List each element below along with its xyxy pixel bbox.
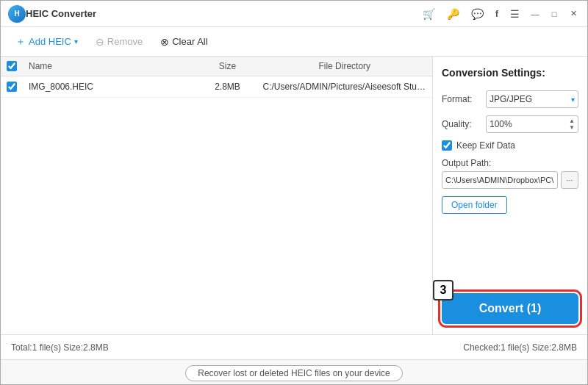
format-value: JPG/JPEG — [490, 94, 532, 104]
header-name: Name — [23, 61, 198, 71]
output-path-display: C:\Users\ADMIN\Dropbox\PC\ — [442, 171, 558, 189]
format-select[interactable]: JPG/JPEG ▾ — [486, 90, 578, 108]
file-list-area: Name Size File Directory IMG_8006.HEIC 2… — [1, 57, 433, 334]
add-heic-button[interactable]: ＋ Add HEIC ▾ — [8, 32, 85, 51]
clear-all-button[interactable]: ⊗ Clear All — [153, 33, 215, 51]
select-all-checkbox[interactable] — [7, 61, 17, 71]
format-row: Format: JPG/JPEG ▾ — [442, 90, 578, 108]
app-title: HEIC Converter — [26, 8, 420, 19]
titlebar-controls: 🛒 🔑 💬 f ☰ — □ ✕ — [420, 7, 580, 21]
convert-section: 3 Convert (1) — [442, 293, 578, 324]
facebook-icon[interactable]: f — [492, 7, 501, 21]
right-panel: Conversion Settings: Format: JPG/JPEG ▾ … — [433, 57, 587, 334]
format-label: Format: — [442, 94, 480, 104]
quality-value: 100% — [490, 119, 512, 129]
row-filename: IMG_8006.HEIC — [23, 82, 198, 92]
status-right: Checked:1 file(s) Size:2.8MB — [463, 342, 577, 353]
plus-icon: ＋ — [15, 35, 26, 48]
dots-icon: ··· — [566, 176, 573, 184]
clear-label: Clear All — [172, 36, 207, 47]
quality-spinner-arrows[interactable]: ▲ ▼ — [569, 118, 575, 131]
step-badge: 3 — [433, 280, 453, 301]
bottombar: Recover lost or deleted HEIC files on yo… — [1, 359, 587, 385]
close-button[interactable]: ✕ — [567, 7, 580, 21]
file-list-body: IMG_8006.HEIC 2.8MB C:/Users/ADMIN/Pictu… — [1, 76, 432, 334]
header-size: Size — [198, 61, 257, 71]
format-dropdown-icon: ▾ — [571, 96, 575, 104]
header-check — [1, 61, 23, 71]
remove-label: Remove — [107, 36, 143, 47]
key-icon[interactable]: 🔑 — [444, 7, 462, 21]
output-path-section: Output Path: C:\Users\ADMIN\Dropbox\PC\ … — [442, 158, 578, 189]
clear-icon: ⊗ — [160, 36, 169, 48]
keep-exif-checkbox[interactable] — [442, 140, 452, 151]
header-dir: File Directory — [257, 61, 433, 71]
chat-icon[interactable]: 💬 — [468, 7, 487, 21]
minimize-button[interactable]: — — [528, 7, 542, 21]
add-label: Add HEIC — [29, 36, 71, 47]
row-size: 2.8MB — [198, 82, 257, 92]
recover-link-button[interactable]: Recover lost or deleted HEIC files on yo… — [185, 365, 402, 381]
remove-button[interactable]: ⊖ Remove — [88, 33, 150, 51]
status-left: Total:1 file(s) Size:2.8MB — [11, 342, 109, 353]
main-area: Name Size File Directory IMG_8006.HEIC 2… — [1, 57, 587, 334]
quality-spinner[interactable]: 100% ▲ ▼ — [486, 115, 578, 133]
quality-label: Quality: — [442, 119, 480, 129]
panel-title: Conversion Settings: — [442, 67, 578, 79]
spinner-down-icon[interactable]: ▼ — [569, 124, 575, 131]
app-logo: H — [8, 5, 26, 23]
dropdown-arrow-icon[interactable]: ▾ — [74, 37, 78, 46]
output-path-label: Output Path: — [442, 158, 578, 168]
spinner-up-icon[interactable]: ▲ — [569, 118, 575, 124]
row-checkbox-cell — [1, 82, 23, 92]
table-header: Name Size File Directory — [1, 57, 432, 76]
keep-exif-row: Keep Exif Data — [442, 140, 578, 151]
open-folder-button[interactable]: Open folder — [442, 196, 507, 214]
row-dir: C:/Users/ADMIN/Pictures/Aiseesoft Studio… — [257, 82, 433, 92]
statusbar: Total:1 file(s) Size:2.8MB Checked:1 fil… — [1, 334, 587, 359]
output-path-row: C:\Users\ADMIN\Dropbox\PC\ ··· — [442, 171, 578, 189]
menu-icon[interactable]: ☰ — [507, 7, 523, 21]
convert-button[interactable]: Convert (1) — [442, 293, 578, 324]
remove-icon: ⊖ — [96, 36, 104, 48]
keep-exif-label: Keep Exif Data — [456, 140, 515, 151]
maximize-button[interactable]: □ — [548, 7, 561, 21]
toolbar: ＋ Add HEIC ▾ ⊖ Remove ⊗ Clear All — [1, 27, 587, 57]
row-checkbox[interactable] — [7, 82, 17, 92]
titlebar: H HEIC Converter 🛒 🔑 💬 f ☰ — □ ✕ — [1, 1, 587, 27]
cart-icon[interactable]: 🛒 — [420, 7, 438, 21]
quality-row: Quality: 100% ▲ ▼ — [442, 115, 578, 133]
browse-button[interactable]: ··· — [561, 171, 578, 189]
table-row: IMG_8006.HEIC 2.8MB C:/Users/ADMIN/Pictu… — [1, 76, 432, 98]
